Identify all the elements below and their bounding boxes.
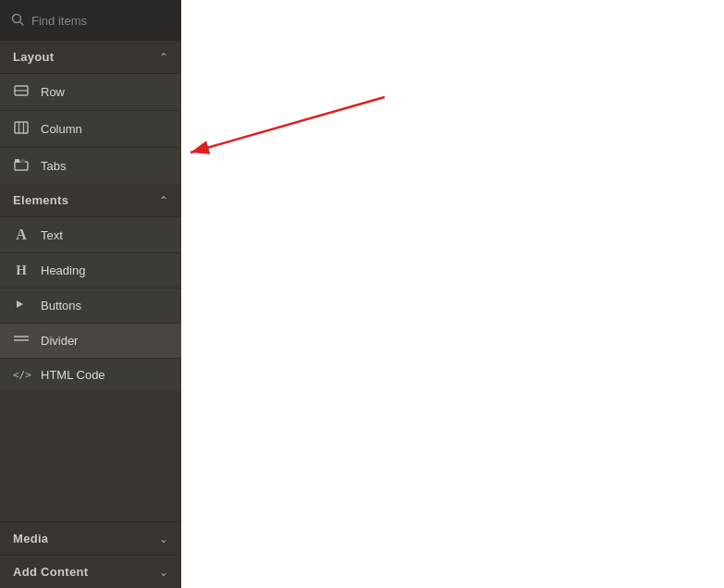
column-icon — [13, 120, 30, 138]
svg-rect-8 — [15, 159, 19, 163]
sidebar-item-buttons[interactable]: Buttons — [0, 288, 181, 323]
tabs-icon — [13, 157, 30, 175]
sidebar-item-divider[interactable]: Divider — [0, 323, 181, 358]
sidebar-item-html-code-label: HTML Code — [41, 368, 105, 382]
layout-section-label: Layout — [13, 50, 54, 64]
sidebar-item-heading-label: Heading — [41, 263, 85, 277]
sidebar-item-column[interactable]: Column — [0, 110, 181, 147]
sidebar-item-html-code[interactable]: </> HTML Code — [0, 358, 181, 391]
media-section-header[interactable]: Media ⌄ — [0, 521, 181, 555]
divider-icon — [13, 333, 30, 349]
sidebar-item-row[interactable]: Row — [0, 73, 181, 110]
sidebar-item-heading[interactable]: H Heading — [0, 252, 181, 288]
sidebar-item-tabs-label: Tabs — [41, 159, 66, 173]
html-code-icon: </> — [13, 369, 30, 381]
media-section-label: Media — [13, 532, 48, 545]
svg-line-14 — [190, 97, 385, 153]
add-content-section-header[interactable]: Add Content ⌄ — [0, 555, 181, 588]
sidebar-item-text[interactable]: A Text — [0, 216, 181, 252]
search-icon — [11, 13, 24, 29]
sidebar-item-tabs[interactable]: Tabs — [0, 147, 181, 184]
main-content-area — [181, 0, 724, 588]
layout-chevron-icon: ⌃ — [159, 51, 168, 64]
svg-line-1 — [20, 21, 24, 25]
row-icon — [13, 83, 30, 101]
text-icon: A — [13, 227, 30, 243]
media-chevron-icon: ⌄ — [159, 533, 168, 545]
sidebar-item-column-label: Column — [41, 122, 82, 136]
sidebar: Layout ⌃ Row Column — [0, 0, 181, 588]
add-content-section-label: Add Content — [13, 565, 88, 579]
svg-rect-7 — [15, 162, 28, 170]
sidebar-item-text-label: Text — [41, 228, 63, 242]
svg-rect-9 — [20, 159, 25, 163]
buttons-icon — [13, 298, 30, 313]
sidebar-item-row-label: Row — [41, 85, 65, 99]
search-bar — [0, 0, 181, 41]
add-content-chevron-icon: ⌄ — [159, 566, 168, 579]
sidebar-item-buttons-label: Buttons — [41, 299, 81, 312]
layout-section-header[interactable]: Layout ⌃ — [0, 41, 181, 73]
svg-marker-10 — [17, 300, 23, 308]
elements-section-label: Elements — [13, 193, 68, 207]
elements-chevron-icon: ⌃ — [159, 194, 168, 207]
elements-section-header[interactable]: Elements ⌃ — [0, 184, 181, 216]
sidebar-spacer — [0, 391, 181, 521]
sidebar-item-divider-label: Divider — [41, 334, 78, 348]
heading-icon: H — [13, 263, 30, 278]
arrow-annotation — [181, 0, 724, 588]
search-input[interactable] — [31, 14, 170, 28]
svg-rect-4 — [15, 122, 28, 133]
